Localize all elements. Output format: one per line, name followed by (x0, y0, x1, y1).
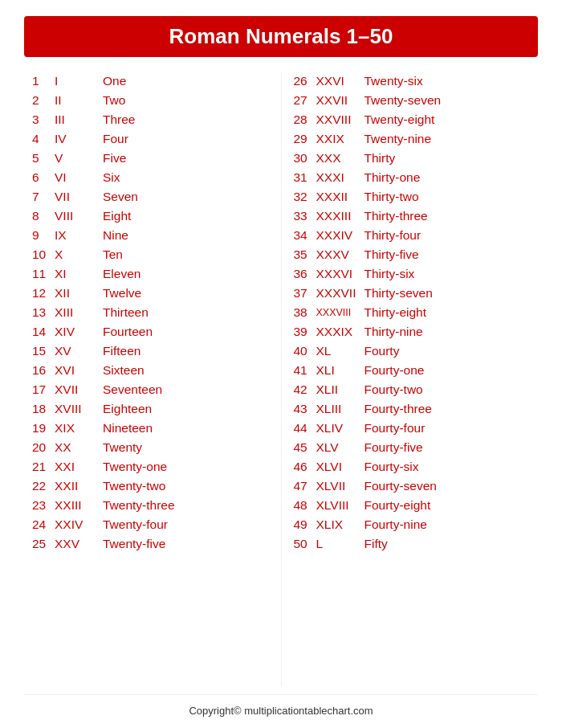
roman-cell: XXX (316, 149, 364, 168)
roman-cell: XIX (55, 419, 103, 438)
table-row: 39XXXIXThirty-nine (294, 322, 531, 342)
word-cell: Thirteen (103, 303, 199, 322)
word-cell: Nineteen (103, 419, 199, 438)
table-row: 8VIIIEight (32, 207, 269, 226)
word-cell: Thirty-six (364, 264, 461, 284)
table-row: 4IVFour (32, 129, 269, 149)
table-row: 14XIVFourteen (32, 322, 269, 342)
table-row: 25XXVTwenty-five (32, 534, 269, 554)
word-cell: Six (103, 168, 199, 187)
roman-cell: VIII (55, 207, 103, 226)
table-row: 16XVISixteen (32, 361, 269, 380)
table-row: 13XIIIThirteen (32, 303, 269, 322)
number-cell: 31 (294, 168, 316, 187)
number-cell: 46 (294, 457, 316, 476)
table-row: 38XXXVIIIThirty-eight (294, 303, 531, 322)
table-row: 9IXNine (32, 226, 269, 245)
table-row: 5VFive (32, 149, 269, 168)
table-row: 41XLIFourty-one (294, 361, 531, 380)
word-cell: Ten (103, 245, 199, 264)
table-row: 23XXIIITwenty-three (32, 496, 269, 515)
table-row: 24XXIVTwenty-four (32, 515, 269, 534)
number-cell: 6 (32, 168, 55, 187)
roman-cell: XXI (55, 457, 103, 476)
roman-cell: XXVII (316, 91, 364, 110)
table-row: 34XXXIVThirty-four (294, 226, 531, 245)
footer-text: Copyright© multiplicationtablechart.com (24, 694, 538, 720)
word-cell: Fourty-seven (364, 476, 461, 496)
number-cell: 9 (32, 226, 55, 245)
table-row: 28XXVIIITwenty-eight (294, 110, 531, 129)
roman-cell: IV (55, 129, 103, 149)
table-row: 20XXTwenty (32, 438, 269, 457)
roman-cell: XXXII (316, 187, 364, 207)
number-cell: 19 (32, 419, 55, 438)
word-cell: Thirty-five (364, 245, 461, 264)
word-cell: Fourty-six (364, 457, 461, 476)
roman-cell: XXXV (316, 245, 364, 264)
roman-cell: X (55, 245, 103, 264)
number-cell: 35 (294, 245, 316, 264)
roman-cell: XIV (55, 322, 103, 342)
word-cell: Four (103, 129, 199, 149)
page: Roman Numerals 1–50 1IOne2IITwo3IIIThree… (0, 0, 562, 728)
roman-cell: XLI (316, 361, 364, 380)
word-cell: Twenty-nine (364, 129, 461, 149)
roman-cell: XIII (55, 303, 103, 322)
word-cell: Sixteen (103, 361, 199, 380)
word-cell: Nine (103, 226, 199, 245)
roman-cell: V (55, 149, 103, 168)
word-cell: Thirty-one (364, 168, 461, 187)
roman-cell: XLVIII (316, 496, 364, 515)
roman-cell: IX (55, 226, 103, 245)
roman-cell: XL (316, 342, 364, 361)
word-cell: Twenty-eight (364, 110, 461, 129)
table-row: 2IITwo (32, 91, 269, 110)
number-cell: 39 (294, 322, 316, 342)
number-cell: 13 (32, 303, 55, 322)
roman-cell: XXXVII (316, 284, 364, 303)
roman-cell: XX (55, 438, 103, 457)
number-cell: 23 (32, 496, 55, 515)
number-cell: 25 (32, 534, 55, 554)
number-cell: 20 (32, 438, 55, 457)
roman-cell: XXXI (316, 168, 364, 187)
table-row: 36XXXVIThirty-six (294, 264, 531, 284)
page-title: Roman Numerals 1–50 (24, 16, 538, 57)
word-cell: Fourty-eight (364, 496, 461, 515)
number-cell: 47 (294, 476, 316, 496)
table-row: 26XXVITwenty-six (294, 72, 531, 91)
roman-cell: XLVI (316, 457, 364, 476)
roman-cell: XXIV (55, 515, 103, 534)
roman-cell: XLIII (316, 399, 364, 419)
word-cell: Fourty-three (364, 399, 461, 419)
number-cell: 43 (294, 399, 316, 419)
roman-cell: XXIII (55, 496, 103, 515)
table-row: 40XLFourty (294, 342, 531, 361)
number-cell: 33 (294, 207, 316, 226)
number-cell: 8 (32, 207, 55, 226)
roman-cell: XVI (55, 361, 103, 380)
roman-cell: XXXIV (316, 226, 364, 245)
roman-cell: I (55, 72, 103, 91)
table-row: 30XXXThirty (294, 149, 531, 168)
number-cell: 38 (294, 303, 316, 322)
roman-cell: VII (55, 187, 103, 207)
table-row: 19XIXNineteen (32, 419, 269, 438)
number-cell: 37 (294, 284, 316, 303)
word-cell: One (103, 72, 199, 91)
roman-cell: XLIV (316, 419, 364, 438)
word-cell: Twenty-two (103, 476, 199, 496)
word-cell: Fourty-two (364, 380, 461, 399)
table-row: 22XXIITwenty-two (32, 476, 269, 496)
word-cell: Twenty-seven (364, 91, 461, 110)
table-row: 47XLVIIFourty-seven (294, 476, 531, 496)
roman-cell: XV (55, 342, 103, 361)
roman-cell: XXV (55, 534, 103, 554)
word-cell: Fourty-one (364, 361, 461, 380)
roman-cell: XXXIII (316, 207, 364, 226)
roman-cell: XXXVI (316, 264, 364, 284)
number-cell: 1 (32, 72, 55, 91)
roman-cell: XLVII (316, 476, 364, 496)
roman-cell: XXXVIII (316, 305, 364, 321)
